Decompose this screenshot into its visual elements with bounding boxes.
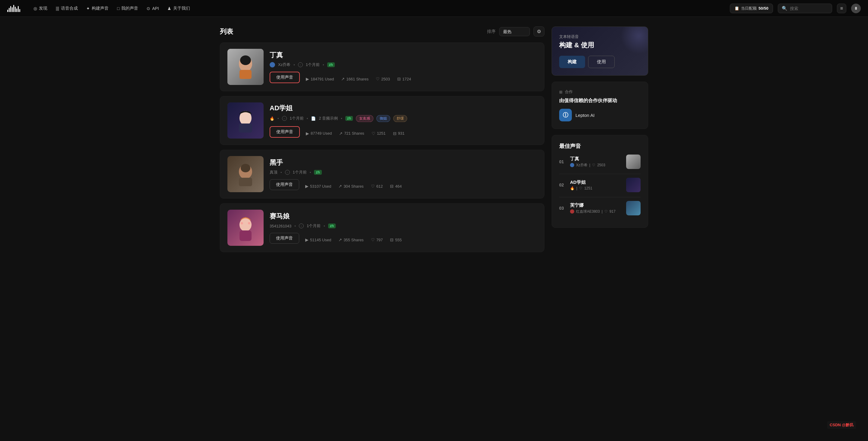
voice-body-saima: 赛马娘 3541261043 • ○ 1个月前 • zh 使用声音: [270, 212, 537, 244]
search-icon: 🔍: [782, 6, 787, 11]
tts-buttons: 构建 使用: [559, 56, 641, 68]
author-name-saima: 3541261043: [270, 224, 291, 228]
used-count-heishou: 53107 Used: [310, 184, 331, 189]
best-name-3: 芙宁娜: [570, 202, 622, 208]
stat-likes-saima: ♡ 797: [371, 237, 383, 242]
likes-count-saima: 797: [376, 238, 383, 242]
clock-icon-4: ○: [299, 224, 304, 228]
main-content: 列表 排序 最热 最新 最多使用 ⚙: [220, 27, 545, 257]
best-info-1: 丁真 Xz乔希 | ♡ 2503: [570, 156, 622, 168]
stat-likes-heishou: ♡ 612: [371, 184, 383, 189]
likes-count-ad: 1251: [377, 131, 386, 136]
best-author-avatar-1: [570, 163, 574, 167]
tag-sister: 御姐: [376, 115, 390, 122]
quota-icon: 📋: [734, 6, 739, 10]
play-icon-3: [305, 184, 309, 189]
voice-time-ad: 1个月前: [290, 116, 304, 121]
menu-button[interactable]: ≡: [837, 4, 846, 13]
lang-badge-saima: zh: [328, 224, 336, 228]
best-info-3: 芙宁娜 红血球AE3803 | ♡ 917: [570, 202, 622, 214]
heart-icon: ♡: [376, 76, 380, 81]
best-item-2: 02 AD学姐 🔥 | ♡ 1251: [559, 178, 641, 192]
voice-meta-heishou: 真顶 • ○ 1个月前 • zh: [270, 170, 537, 175]
quota-label: 当日配额: [741, 6, 757, 11]
likes-count-heishou: 612: [376, 184, 383, 189]
stat-shares-heishou: ↗ 304 Shares: [338, 184, 364, 189]
voice-name-heishou: 黑手: [270, 158, 537, 167]
nav-items: ◎ 发现 ||| 语音合成 ✦ 构建声音 □ 我的声音 ⊙ API ♟ 关于我们: [30, 4, 730, 13]
use-voice-button-saima[interactable]: 使用声音: [270, 233, 299, 244]
lang-badge-dingzhen: zh: [327, 62, 335, 67]
use-tts-button[interactable]: 使用: [588, 56, 615, 68]
search-input[interactable]: [790, 6, 826, 11]
use-voice-button-dingzhen[interactable]: 使用声音: [270, 72, 300, 83]
watermark: CSDN @黔玑: [827, 421, 856, 429]
stat-bookmarks-dingzhen: ⊟ 1724: [397, 76, 411, 81]
use-voice-button-ad[interactable]: 使用声音: [270, 126, 300, 138]
lang-badge-heishou: zh: [314, 170, 321, 175]
menu-icon: ≡: [840, 6, 843, 11]
nav-item-my-voice[interactable]: □ 我的声音: [114, 4, 142, 13]
voice-card-heishou: 黑手 真顶 • ○ 1个月前 • zh 使用声音 5: [220, 150, 545, 199]
stat-bookmarks-saima: ⊟ 555: [390, 237, 402, 242]
voice-body-ad: AD学姐 🔥 • ○ 1个月前 • 📄 2 音频示例 • zh 女友感 御姐 舒…: [270, 104, 537, 138]
stat-used-heishou: 53107 Used: [305, 184, 331, 189]
voice-time-heishou: 1个月前: [293, 170, 307, 175]
heart-icon-2: ♡: [372, 131, 375, 136]
share-icon-2: ↗: [339, 131, 343, 136]
quota-badge[interactable]: 📋 当日配额 50/50: [730, 4, 773, 13]
play-icon-4: [305, 237, 309, 242]
voice-name-saima: 赛马娘: [270, 212, 537, 221]
share-icon-4: ↗: [338, 237, 342, 242]
avatar-face-heishou: [237, 162, 254, 186]
quota-value: 50/50: [758, 6, 769, 10]
filter-icon: ⚙: [537, 29, 541, 34]
divider-1: [559, 174, 641, 174]
voice-stats-dingzhen: 184791 Used ↗ 1661 Shares ♡ 2503 ⊟ 172: [306, 76, 411, 81]
tag-girl: 女友感: [356, 115, 373, 122]
use-voice-button-heishou[interactable]: 使用声音: [270, 179, 299, 190]
search-box[interactable]: 🔍: [778, 4, 832, 13]
logo-icon: [7, 5, 20, 12]
share-icon: ↗: [341, 76, 345, 81]
logo[interactable]: [7, 5, 20, 12]
stat-likes-ad: ♡ 1251: [372, 131, 386, 136]
bookmark-icon: ⊟: [397, 76, 401, 81]
nav-item-discover[interactable]: ◎ 发现: [30, 4, 51, 13]
best-likes-2: 1251: [584, 186, 592, 191]
partner-title: 由值得信赖的合作伙伴驱动: [559, 98, 641, 104]
page: 列表 排序 最热 最新 最多使用 ⚙: [208, 17, 660, 267]
avatar[interactable]: 8: [851, 4, 861, 13]
best-likes-3: 917: [610, 209, 616, 213]
nav-item-about[interactable]: ♟ 关于我们: [164, 4, 194, 13]
partner-item-lepton: ⓛ Lepton AI: [559, 109, 641, 122]
likes-count-dingzhen: 2503: [381, 77, 390, 81]
bookmark-icon-3: ⊟: [390, 184, 394, 189]
nav-item-api[interactable]: ⊙ API: [143, 4, 162, 13]
tts-title: 构建 & 使用: [559, 41, 641, 50]
best-voice-title: 最佳声音: [559, 142, 641, 150]
stat-used-dingzhen: 184791 Used: [306, 76, 334, 81]
voice-avatar-ad: [227, 102, 264, 139]
filter-button[interactable]: ⚙: [533, 27, 545, 36]
voice-meta-ad: 🔥 • ○ 1个月前 • 📄 2 音频示例 • zh 女友感 御姐 舒缓: [270, 115, 537, 122]
shares-count-saima: 355 Shares: [343, 238, 364, 242]
partner-header: ⊞ 合作: [559, 89, 641, 95]
list-header: 列表 排序 最热 最新 最多使用 ⚙: [220, 27, 545, 36]
author-avatar-dingzhen: [270, 62, 275, 67]
nav-label-my-voice: 我的声音: [121, 6, 138, 11]
best-heart-icon-1: ♡: [592, 163, 595, 167]
bookmarks-count-ad: 931: [398, 131, 405, 136]
nav-item-tts[interactable]: ||| 语音合成: [52, 4, 82, 13]
bookmarks-count-saima: 555: [395, 238, 402, 242]
best-heart-icon-2: ♡: [579, 186, 582, 191]
sort-select[interactable]: 最热 最新 最多使用: [499, 27, 530, 36]
build-button[interactable]: 构建: [559, 56, 585, 68]
nav-item-build-voice[interactable]: ✦ 构建声音: [83, 4, 112, 13]
lang-badge-ad: zh: [345, 116, 353, 121]
users-icon: ♟: [167, 6, 171, 11]
best-heart-icon-3: ♡: [604, 209, 608, 213]
mic-icon: □: [117, 6, 119, 11]
best-item-3: 03 芙宁娜 红血球AE3803 | ♡ 917: [559, 201, 641, 215]
avatar-face-saima: [237, 214, 254, 241]
